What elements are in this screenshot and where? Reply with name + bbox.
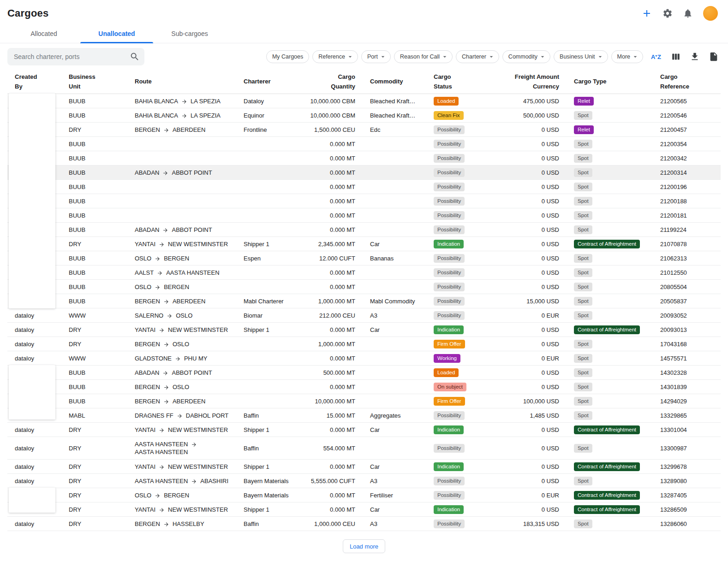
cell-route: AALSTAASTA HANSTEEN <box>127 266 236 279</box>
filter-chip-commodity[interactable]: Commodity <box>502 50 550 63</box>
cell-freight-amount-currency: 500,000 USD <box>506 108 567 122</box>
cell-cargo-type: Contract of Affreightment <box>567 423 653 437</box>
table-row[interactable]: dataloyDRYYANTAINEW WESTMINSTERShipper 1… <box>7 460 721 474</box>
page-title: Cargoes <box>7 7 48 19</box>
table-row[interactable]: BUUBAALSTAASTA HANSTEEN0.000 MTPossibili… <box>7 266 721 280</box>
cargo-type-badge: Spot <box>574 477 592 485</box>
table-row[interactable]: BUUB0.000 MTPossibility0 USDSpot21200342 <box>7 151 721 165</box>
column-header-created-by[interactable]: Created By <box>7 70 61 94</box>
filter-chip-business-unit[interactable]: Business Unit <box>554 50 608 63</box>
route-from: YANTAI <box>135 426 155 433</box>
cell-cargo-reference: 20805504 <box>653 280 721 294</box>
route-from: BERGEN <box>135 398 160 405</box>
table-row[interactable]: BUUBABADANABBOT POINT0.000 MTPossibility… <box>7 223 721 237</box>
chevron-down-icon <box>597 53 604 60</box>
search-input[interactable] <box>7 48 144 65</box>
table-row[interactable]: BUUBOSLOBERGEN0.000 MTPossibility0 USDSp… <box>7 280 721 294</box>
column-header-commodity[interactable]: Commodity <box>363 70 426 94</box>
cargo-status-badge: On subject <box>434 383 466 391</box>
table-row[interactable]: BUUBOSLOBERGENEspen12.000 CUFTBananasPos… <box>7 251 721 266</box>
column-header-charterer[interactable]: Charterer <box>236 70 299 94</box>
route-arrow-icon <box>159 327 165 333</box>
table-row[interactable]: dataloyDRYAASTA HANSTEENABASHIRIBayern M… <box>7 474 721 488</box>
table-row[interactable]: BUUB0.000 MTPossibility0 USDSpot21200354 <box>7 137 721 151</box>
cell-charterer: Equinor <box>236 108 299 122</box>
table-row[interactable]: BUUB0.000 MTPossibility0 USDSpot21200181 <box>7 208 721 223</box>
cell-cargo-reference: 13289080 <box>653 474 721 488</box>
notifications-button[interactable] <box>683 8 693 18</box>
redaction-overlay <box>9 488 55 513</box>
tab-unallocated[interactable]: Unallocated <box>80 24 153 43</box>
table-row[interactable]: BUUBBERGENOSLO0.000 MTOn subject0 USDSpo… <box>7 380 721 394</box>
table-row[interactable]: BUUBBERGENABERDEEN10,000.000 MTFirm Offe… <box>7 394 721 408</box>
table-row[interactable]: DRYOSLOBERGENBayern Materials0.000 MTFer… <box>7 488 721 502</box>
column-header-cargo-status[interactable]: Cargo Status <box>426 70 506 94</box>
cell-charterer: Shipper 1 <box>236 460 299 473</box>
tab-allocated[interactable]: Allocated <box>7 24 80 43</box>
cell-cargo-quantity: 0.000 MT <box>299 380 363 394</box>
table-row[interactable]: BUUBBERGENABERDEENMabl Charterer1,000.00… <box>7 294 721 308</box>
cell-cargo-reference: 21200565 <box>653 94 721 108</box>
table-row[interactable]: BUUBABADANABBOT POINT0.000 MTPossibility… <box>7 165 721 180</box>
column-header-cargo-type[interactable]: Cargo Type <box>567 70 653 94</box>
cell-freight-amount-currency: 0 USD <box>506 460 567 473</box>
load-more-button[interactable]: Load more <box>343 539 385 553</box>
filter-chip-more[interactable]: More <box>611 50 643 63</box>
table-row[interactable]: BUUB0.000 MTPossibility0 USDSpot21200188 <box>7 194 721 208</box>
download-button[interactable] <box>690 52 700 62</box>
table-row[interactable]: DRYYANTAINEW WESTMINSTERShipper 10.000 M… <box>7 502 721 517</box>
route-arrow-icon <box>163 384 169 390</box>
cell-commodity <box>363 208 426 222</box>
cell-charterer: Bayern Materials <box>236 474 299 488</box>
cell-commodity <box>363 194 426 208</box>
table-row[interactable]: dataloyDRYYANTAINEW WESTMINSTERShipper 1… <box>7 323 721 337</box>
cargo-status-badge: Firm Offer <box>434 340 465 348</box>
route-arrow-icon <box>162 227 168 233</box>
column-header-freight-amount-currency[interactable]: Freight Amount Currency <box>506 70 567 94</box>
table-row[interactable]: dataloyWWWGLADSTONEPHU MY0.000 MTWorking… <box>7 351 721 366</box>
table-row[interactable]: DRYBERGENABERDEENFrontline1,500.000 CEUE… <box>7 123 721 137</box>
cell-route <box>127 180 236 194</box>
table-row[interactable]: dataloyDRYBERGENHASSELBYBaffin1,000.000 … <box>7 517 721 531</box>
filter-chip-reference[interactable]: Reference <box>312 50 358 63</box>
cell-commodity <box>363 137 426 151</box>
table-row[interactable]: dataloyDRYYANTAINEW WESTMINSTERShipper 1… <box>7 423 721 437</box>
column-header-business-unit[interactable]: Business Unit <box>61 70 127 94</box>
route-line: AASTA HANSTEEN <box>135 448 197 456</box>
export-button[interactable] <box>709 52 719 62</box>
table-row[interactable]: BUUBBAHIA BLANCALA SPEZIAEquinor10,000.0… <box>7 108 721 123</box>
table-row[interactable]: DRYYANTAINEW WESTMINSTERShipper 12,345.0… <box>7 237 721 251</box>
route-arrow-icon <box>191 442 197 448</box>
column-header-cargo-quantity[interactable]: Cargo Quantity <box>299 70 363 94</box>
cell-cargo-reference: 21200342 <box>653 151 721 165</box>
settings-button[interactable] <box>662 8 673 18</box>
table-row[interactable]: BUUBABADANABBOT POINT500.000 MTLoaded0 U… <box>7 366 721 380</box>
table-row[interactable]: dataloyWWWSALERNOOSLOBiomar212.000 CEUA3… <box>7 308 721 323</box>
columns-button[interactable] <box>671 52 681 62</box>
table-row[interactable]: MABLDRAGNES FFDABHOL PORTBaffin15.000 MT… <box>7 408 721 423</box>
route-arrow-icon <box>163 342 169 348</box>
column-header-cargo-reference[interactable]: Cargo Reference <box>653 70 721 94</box>
filter-chip-charterer[interactable]: Charterer <box>456 50 499 63</box>
column-header-route[interactable]: Route <box>127 70 236 94</box>
avatar[interactable] <box>703 6 718 21</box>
filter-chip-my-cargoes[interactable]: My Cargoes <box>266 50 309 63</box>
sort-alpha-icon: AZ <box>650 52 662 61</box>
table-row[interactable]: dataloyDRYBERGENOSLO1,000.000 MTFirm Off… <box>7 337 721 351</box>
table-row[interactable]: BUUB0.000 MTPossibility0 USDSpot21200196 <box>7 180 721 194</box>
cell-cargo-status: Firm Offer <box>426 337 506 351</box>
cell-cargo-quantity: 0.000 MT <box>299 323 363 337</box>
cargo-status-badge: Possibility <box>434 491 465 500</box>
cell-cargo-type: Spot <box>567 308 653 322</box>
cell-freight-amount-currency: 0 USD <box>506 208 567 222</box>
table-row[interactable]: dataloyDRYAASTA HANSTEENAASTA HANSTEENBa… <box>7 437 721 460</box>
filter-chip-port[interactable]: Port <box>361 50 391 63</box>
filter-chip-reason-for-call[interactable]: Reason for Call <box>394 50 453 63</box>
add-button[interactable] <box>641 8 652 19</box>
tab-sub-cargoes[interactable]: Sub-cargoes <box>153 24 226 43</box>
cell-business-unit: BUUB <box>61 180 127 194</box>
cell-charterer <box>236 337 299 351</box>
sort-button[interactable]: AZ <box>650 52 662 61</box>
cell-commodity <box>363 280 426 294</box>
table-row[interactable]: BUUBBAHIA BLANCALA SPEZIADataloy10,000.0… <box>7 94 721 108</box>
